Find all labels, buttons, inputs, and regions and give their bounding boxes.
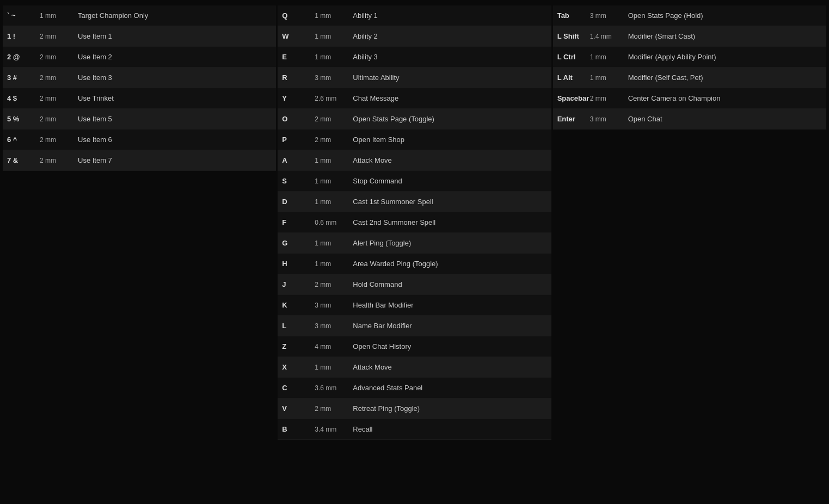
action-cell: Health Bar Modifier (353, 301, 546, 309)
mm-cell: 1 mm (315, 239, 353, 247)
action-cell: Recall (353, 425, 546, 433)
key-cell: L Alt (557, 73, 590, 82)
column-col3: Tab3 mmOpen Stats Page (Hold)L Shift1.4 … (553, 5, 826, 440)
mm-cell: 2 mm (40, 157, 78, 164)
key-cell: Q (282, 11, 315, 20)
table-row: A1 mmAttack Move (278, 150, 551, 171)
mm-cell: 1 mm (590, 74, 628, 82)
action-cell: Modifier (Self Cast, Pet) (628, 73, 822, 82)
mm-cell: 4 mm (315, 343, 353, 351)
action-cell: Stop Command (353, 177, 546, 185)
key-cell: 3 # (7, 73, 40, 82)
key-cell: 2 @ (7, 53, 40, 61)
table-row: K3 mmHealth Bar Modifier (278, 295, 551, 316)
table-row: 2 @2 mmUse Item 2 (3, 47, 276, 67)
table-row: 5 %2 mmUse Item 5 (3, 109, 276, 130)
table-row: 3 #2 mmUse Item 3 (3, 67, 276, 88)
key-cell: Spacebar (557, 94, 590, 102)
action-cell: Alert Ping (Toggle) (353, 239, 546, 247)
action-cell: Ultimate Ability (353, 73, 546, 82)
mm-cell: 2 mm (40, 95, 78, 102)
action-cell: Cast 2nd Summoner Spell (353, 218, 546, 226)
mm-cell: 1 mm (315, 12, 353, 20)
key-cell: Y (282, 94, 315, 102)
mm-cell: 3 mm (315, 302, 353, 309)
action-cell: Open Stats Page (Toggle) (353, 115, 546, 123)
table-row: 7 &2 mmUse Item 7 (3, 150, 276, 171)
key-cell: A (282, 156, 315, 164)
table-row: 4 $2 mmUse Trinket (3, 88, 276, 109)
mm-cell: 3 mm (590, 115, 628, 123)
table-row: G1 mmAlert Ping (Toggle) (278, 233, 551, 254)
key-cell: C (282, 384, 315, 392)
table-row: Z4 mmOpen Chat History (278, 336, 551, 357)
action-cell: Modifier (Apply Ability Point) (628, 53, 822, 61)
table-row: E1 mmAbility 3 (278, 47, 551, 67)
key-cell: ` ~ (7, 11, 40, 20)
table-row: W1 mmAbility 2 (278, 26, 551, 47)
table-row: H1 mmArea Warded Ping (Toggle) (278, 254, 551, 274)
table-row: V2 mmRetreat Ping (Toggle) (278, 398, 551, 419)
action-cell: Advanced Stats Panel (353, 384, 546, 392)
action-cell: Chat Message (353, 94, 546, 102)
key-cell: V (282, 404, 315, 413)
mm-cell: 2 mm (40, 136, 78, 144)
table-row: Tab3 mmOpen Stats Page (Hold) (553, 5, 826, 26)
table-row: D1 mmCast 1st Summoner Spell (278, 192, 551, 212)
mm-cell: 2 mm (40, 53, 78, 61)
column-col2: Q1 mmAbility 1W1 mmAbility 2E1 mmAbility… (278, 5, 551, 440)
action-cell: Open Chat (628, 115, 822, 123)
table-row: 6 ^2 mmUse Item 6 (3, 130, 276, 150)
table-row: Enter3 mmOpen Chat (553, 109, 826, 130)
key-cell: W (282, 32, 315, 40)
mm-cell: 1 mm (315, 53, 353, 61)
action-cell: Attack Move (353, 156, 546, 164)
key-cell: Tab (557, 11, 590, 20)
action-cell: Area Warded Ping (Toggle) (353, 260, 546, 268)
key-cell: 1 ! (7, 32, 40, 40)
mm-cell: 1 mm (315, 364, 353, 371)
table-row: L3 mmName Bar Modifier (278, 316, 551, 336)
table-row: Spacebar2 mmCenter Camera on Champion (553, 88, 826, 109)
action-cell: Ability 1 (353, 11, 546, 20)
action-cell: Name Bar Modifier (353, 322, 546, 330)
mm-cell: 2 mm (315, 405, 353, 413)
key-cell: O (282, 115, 315, 123)
mm-cell: 3 mm (590, 12, 628, 20)
key-cell: L (282, 322, 315, 330)
key-cell: Enter (557, 115, 590, 123)
action-cell: Target Champion Only (78, 11, 272, 20)
action-cell: Use Item 7 (78, 156, 272, 164)
key-cell: E (282, 53, 315, 61)
key-cell: K (282, 301, 315, 309)
table-row: ` ~1 mmTarget Champion Only (3, 5, 276, 26)
action-cell: Use Item 2 (78, 53, 272, 61)
key-cell: 4 $ (7, 94, 40, 102)
action-cell: Open Item Shop (353, 136, 546, 144)
mm-cell: 2.6 mm (315, 95, 353, 102)
mm-cell: 2 mm (315, 136, 353, 144)
table-row: X1 mmAttack Move (278, 357, 551, 378)
key-cell: 7 & (7, 156, 40, 164)
action-cell: Retreat Ping (Toggle) (353, 404, 546, 413)
mm-cell: 2 mm (315, 115, 353, 123)
key-cell: D (282, 198, 315, 206)
table-row: P2 mmOpen Item Shop (278, 130, 551, 150)
mm-cell: 1 mm (40, 12, 78, 20)
column-col1: ` ~1 mmTarget Champion Only1 !2 mmUse It… (3, 5, 276, 440)
mm-cell: 3.6 mm (315, 384, 353, 392)
key-cell: H (282, 260, 315, 268)
key-cell: R (282, 73, 315, 82)
table-row: F0.6 mmCast 2nd Summoner Spell (278, 212, 551, 233)
action-cell: Open Chat History (353, 342, 546, 351)
key-cell: L Ctrl (557, 53, 590, 61)
key-cell: J (282, 280, 315, 288)
mm-cell: 1 mm (315, 198, 353, 206)
key-cell: Z (282, 342, 315, 351)
mm-cell: 1.4 mm (590, 33, 628, 40)
action-cell: Attack Move (353, 363, 546, 371)
table-row: R3 mmUltimate Ability (278, 67, 551, 88)
table-row: B3.4 mmRecall (278, 419, 551, 440)
table-row: L Shift1.4 mmModifier (Smart Cast) (553, 26, 826, 47)
action-cell: Use Item 5 (78, 115, 272, 123)
